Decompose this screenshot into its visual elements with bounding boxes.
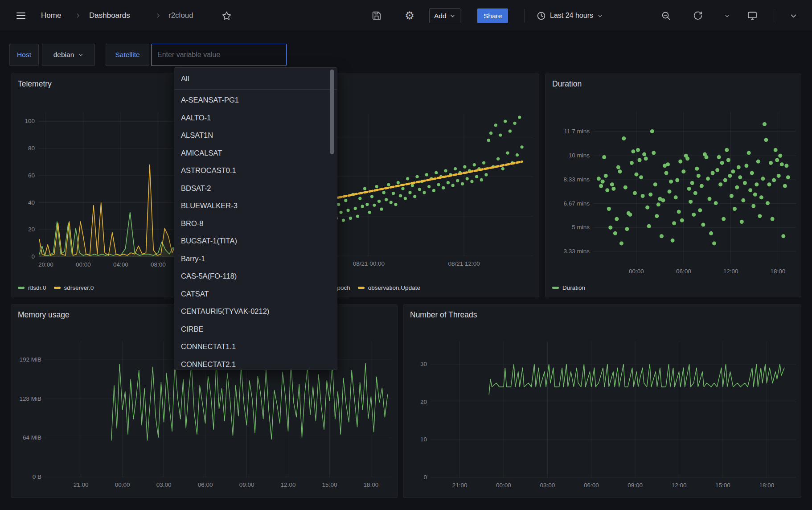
dropdown-option[interactable]: BDSAT-2 <box>174 180 337 197</box>
x-axis-tick-label: 15:00 <box>701 482 744 489</box>
add-button[interactable]: Add <box>429 8 460 23</box>
y-axis-tick-label: 192 MiB <box>7 356 41 363</box>
legend-label: Duration <box>562 284 585 291</box>
breadcrumb-home[interactable]: Home <box>41 0 61 31</box>
dropdown-option[interactable]: ASTROCAST0.1 <box>174 162 337 180</box>
x-axis-tick-label: 21:00 <box>439 482 481 489</box>
time-range-label: Last 24 hours <box>550 12 593 20</box>
toolbar-divider <box>774 9 774 23</box>
panel-title[interactable]: Telemetry <box>18 79 52 89</box>
y-axis-tick-label: 40 <box>0 199 35 206</box>
breadcrumb-current: r2cloud <box>168 0 193 31</box>
dropdown-option[interactable]: CAS-5A(FO-118) <box>174 267 337 285</box>
y-axis-tick-label: 5 mins <box>555 224 590 230</box>
refresh-interval-chevron-icon[interactable] <box>719 0 734 31</box>
dropdown-option[interactable]: CENTAURI5(TYVAK-0212) <box>174 303 337 321</box>
x-axis-tick-label: 00:00 <box>482 482 525 489</box>
x-axis-tick-label: 04:00 <box>99 261 142 268</box>
dropdown-option[interactable]: BLUEWALKER-3 <box>174 197 337 215</box>
dropdown-option[interactable]: CONNECTAT1.1 <box>174 338 337 356</box>
dropdown-scrollbar-thumb[interactable] <box>330 70 334 154</box>
x-axis-tick-label: 00:00 <box>62 261 105 268</box>
panel-number-of-threads: Number of Threads 21:0000:0003:0006:0009… <box>403 304 801 498</box>
telemetry-legend: rtlsdr.0sdrserver.0 <box>18 284 94 291</box>
dropdown-option[interactable]: ALSAT1N <box>174 127 337 144</box>
x-axis-tick-label: 18:00 <box>350 481 393 488</box>
y-axis-tick-label: 0 <box>0 253 35 260</box>
x-axis-tick-label: 08/21 00:00 <box>347 260 390 267</box>
breadcrumb-dashboards[interactable]: Dashboards <box>89 0 130 31</box>
dropdown-option[interactable]: A-SEANSAT-PG1 <box>174 91 337 109</box>
legend-swatch <box>552 287 559 289</box>
zoom-out-time-icon[interactable] <box>657 0 675 31</box>
threads-chart[interactable] <box>431 341 796 477</box>
y-axis-tick-label: 128 MiB <box>7 395 41 402</box>
star-icon[interactable] <box>217 0 235 31</box>
host-variable-value: debian <box>53 51 74 59</box>
breadcrumb-separator-icon <box>155 0 161 31</box>
y-axis-tick-label: 100 <box>0 118 35 124</box>
panel-duration: Duration Duration 00:0006:0012:0018:003.… <box>545 74 801 297</box>
y-axis-tick-label: 64 MiB <box>7 434 41 441</box>
x-axis-tick-label: 15:00 <box>308 481 351 488</box>
chevron-down-icon <box>450 13 455 19</box>
y-axis-tick-label: 20 <box>392 399 427 405</box>
toolbar-divider <box>524 9 525 23</box>
legend-swatch <box>18 287 25 289</box>
dropdown-divider <box>174 89 337 90</box>
legend-swatch <box>358 287 365 289</box>
collapse-toolbar-chevron-icon[interactable] <box>783 0 803 31</box>
legend-label: observation.Update <box>368 284 420 291</box>
legend-swatch <box>54 287 61 289</box>
dropdown-option[interactable]: CONNECTAT2.1 <box>174 356 337 370</box>
dropdown-option[interactable]: CIRBE <box>174 321 337 338</box>
y-axis-tick-label: 80 <box>0 145 35 152</box>
y-axis-tick-label: 10 <box>392 436 427 443</box>
dropdown-option[interactable]: BRO-8 <box>174 215 337 233</box>
panel-title[interactable]: Memory usage <box>18 310 70 320</box>
y-axis-tick-label: 6.67 mins <box>555 200 590 207</box>
x-axis-tick-label: 08:00 <box>137 261 180 268</box>
menu-toggle-icon[interactable] <box>12 0 30 31</box>
x-axis-tick-label: 06:00 <box>184 481 227 488</box>
x-axis-tick-label: 03:00 <box>143 481 185 488</box>
x-axis-tick-label: 08/21 12:00 <box>443 260 485 267</box>
dashboard-settings-gear-icon[interactable]: ⚙ <box>401 0 418 31</box>
x-axis-tick-label: 21:00 <box>60 481 103 488</box>
legend-label: sdrserver.0 <box>64 284 94 291</box>
x-axis-tick-label: 09:00 <box>226 481 268 488</box>
tv-mode-icon[interactable] <box>743 0 761 31</box>
x-axis-tick-label: 00:00 <box>101 481 144 488</box>
share-button[interactable]: Share <box>477 8 508 23</box>
dropdown-option[interactable]: AMICALSAT <box>174 144 337 162</box>
host-variable-select[interactable]: debian <box>42 44 95 66</box>
dropdown-option[interactable]: Barry-1 <box>174 250 337 268</box>
x-axis-tick-label: 03:00 <box>526 482 569 489</box>
legend-item[interactable]: rtlsdr.0 <box>18 284 46 291</box>
x-axis-tick-label: 12:00 <box>709 268 752 275</box>
dropdown-option[interactable]: AALTO-1 <box>174 109 337 127</box>
time-range-picker[interactable]: Last 24 hours <box>537 0 603 31</box>
refresh-icon[interactable] <box>689 0 707 31</box>
x-axis-tick-label: 06:00 <box>570 482 613 489</box>
observation-epoch-chart[interactable] <box>312 114 533 256</box>
save-dashboard-icon[interactable] <box>368 0 385 31</box>
panel-title[interactable]: Duration <box>552 79 582 89</box>
dropdown-option[interactable]: CATSAT <box>174 285 337 303</box>
panel-title[interactable]: Number of Threads <box>410 310 477 320</box>
legend-label: rtlsdr.0 <box>28 284 46 291</box>
duration-chart[interactable] <box>593 112 796 263</box>
y-axis-tick-label: 60 <box>0 172 35 179</box>
y-axis-tick-label: 30 <box>392 361 427 367</box>
legend-item[interactable]: observation.Update <box>358 284 420 291</box>
satellite-variable-label: Satellite <box>106 44 149 66</box>
top-navbar: Home Dashboards r2cloud ⚙ Add Share Last… <box>0 0 812 31</box>
dropdown-option[interactable]: All <box>174 68 337 89</box>
dropdown-option[interactable]: BUGSAT-1(TITA) <box>174 232 337 250</box>
y-axis-tick-label: 0 <box>392 474 427 481</box>
legend-item[interactable]: Duration <box>552 284 585 291</box>
satellite-dropdown-menu: AllA-SEANSAT-PG1AALTO-1ALSAT1NAMICALSATA… <box>174 67 337 370</box>
legend-item[interactable]: sdrserver.0 <box>54 284 94 291</box>
chevron-down-icon <box>597 13 603 19</box>
satellite-variable-input[interactable] <box>151 44 287 66</box>
